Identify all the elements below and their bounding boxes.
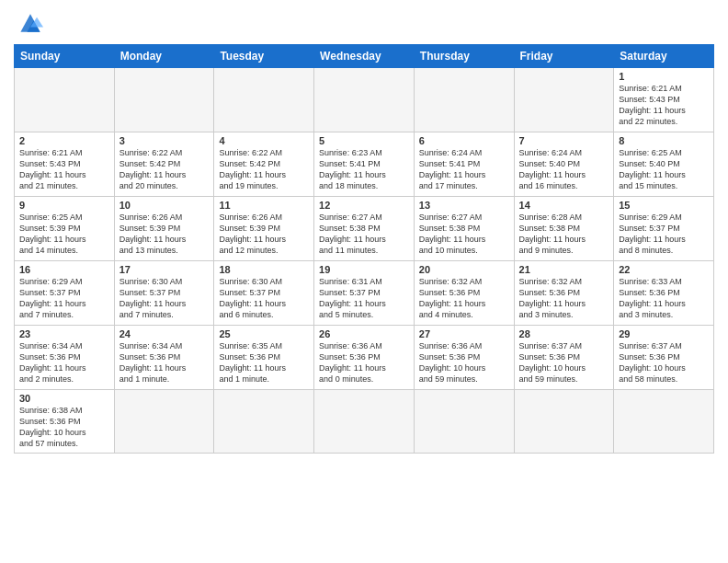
day-info: Sunrise: 6:36 AM Sunset: 5:36 PM Dayligh… [319,340,409,385]
day-cell: 28Sunrise: 6:37 AM Sunset: 5:36 PM Dayli… [514,326,614,390]
day-number: 1 [619,71,709,82]
day-info: Sunrise: 6:37 AM Sunset: 5:36 PM Dayligh… [519,340,609,385]
day-number: 14 [519,200,609,211]
day-number: 17 [119,264,210,275]
day-info: Sunrise: 6:21 AM Sunset: 5:43 PM Dayligh… [619,83,709,128]
day-cell: 7Sunrise: 6:24 AM Sunset: 5:40 PM Daylig… [514,132,614,197]
day-info: Sunrise: 6:27 AM Sunset: 5:38 PM Dayligh… [319,212,409,257]
day-number: 30 [19,393,109,404]
day-info: Sunrise: 6:28 AM Sunset: 5:38 PM Dayligh… [519,212,609,257]
day-info: Sunrise: 6:35 AM Sunset: 5:36 PM Dayligh… [219,340,309,385]
day-number: 5 [319,135,409,146]
day-info: Sunrise: 6:34 AM Sunset: 5:36 PM Dayligh… [119,340,210,385]
day-info: Sunrise: 6:22 AM Sunset: 5:42 PM Dayligh… [119,147,210,192]
calendar: SundayMondayTuesdayWednesdayThursdayFrid… [14,44,714,454]
weekday-header-row: SundayMondayTuesdayWednesdayThursdayFrid… [15,45,714,68]
day-info: Sunrise: 6:25 AM Sunset: 5:40 PM Dayligh… [619,147,709,192]
day-cell: 11Sunrise: 6:26 AM Sunset: 5:39 PM Dayli… [214,197,314,261]
day-cell: 5Sunrise: 6:23 AM Sunset: 5:41 PM Daylig… [314,132,415,197]
header [14,9,714,37]
logo-icon [14,9,47,37]
day-number: 19 [319,264,409,275]
day-cell [214,390,314,454]
day-cell: 22Sunrise: 6:33 AM Sunset: 5:36 PM Dayli… [614,261,714,326]
day-cell: 27Sunrise: 6:36 AM Sunset: 5:36 PM Dayli… [414,326,514,390]
day-info: Sunrise: 6:29 AM Sunset: 5:37 PM Dayligh… [19,276,109,321]
week-row-1: 2Sunrise: 6:21 AM Sunset: 5:43 PM Daylig… [15,132,714,197]
day-cell: 16Sunrise: 6:29 AM Sunset: 5:37 PM Dayli… [15,261,115,326]
day-cell: 23Sunrise: 6:34 AM Sunset: 5:36 PM Dayli… [15,326,115,390]
day-number: 15 [619,200,709,211]
day-info: Sunrise: 6:32 AM Sunset: 5:36 PM Dayligh… [519,276,609,321]
day-cell: 14Sunrise: 6:28 AM Sunset: 5:38 PM Dayli… [514,197,614,261]
weekday-header-sunday: Sunday [15,45,115,68]
day-cell: 15Sunrise: 6:29 AM Sunset: 5:37 PM Dayli… [614,197,714,261]
day-number: 10 [119,200,210,211]
day-cell: 3Sunrise: 6:22 AM Sunset: 5:42 PM Daylig… [114,132,214,197]
day-cell [15,68,115,132]
day-number: 23 [19,328,109,339]
day-cell [114,68,214,132]
day-info: Sunrise: 6:24 AM Sunset: 5:40 PM Dayligh… [519,147,609,192]
day-number: 2 [19,135,109,146]
day-number: 22 [619,264,709,275]
day-cell: 21Sunrise: 6:32 AM Sunset: 5:36 PM Dayli… [514,261,614,326]
day-number: 21 [519,264,609,275]
day-cell: 26Sunrise: 6:36 AM Sunset: 5:36 PM Dayli… [314,326,415,390]
logo [14,9,51,37]
day-info: Sunrise: 6:24 AM Sunset: 5:41 PM Dayligh… [419,147,509,192]
day-cell: 19Sunrise: 6:31 AM Sunset: 5:37 PM Dayli… [314,261,415,326]
day-number: 26 [319,328,409,339]
day-cell: 30Sunrise: 6:38 AM Sunset: 5:36 PM Dayli… [15,390,115,454]
day-cell: 2Sunrise: 6:21 AM Sunset: 5:43 PM Daylig… [15,132,115,197]
day-number: 18 [219,264,309,275]
day-number: 7 [519,135,609,146]
day-number: 24 [119,328,210,339]
day-info: Sunrise: 6:30 AM Sunset: 5:37 PM Dayligh… [119,276,210,321]
day-number: 6 [419,135,509,146]
day-cell [514,68,614,132]
week-row-4: 23Sunrise: 6:34 AM Sunset: 5:36 PM Dayli… [15,326,714,390]
day-info: Sunrise: 6:31 AM Sunset: 5:37 PM Dayligh… [319,276,409,321]
day-cell: 4Sunrise: 6:22 AM Sunset: 5:42 PM Daylig… [214,132,314,197]
day-info: Sunrise: 6:36 AM Sunset: 5:36 PM Dayligh… [419,340,509,385]
week-row-3: 16Sunrise: 6:29 AM Sunset: 5:37 PM Dayli… [15,261,714,326]
day-info: Sunrise: 6:33 AM Sunset: 5:36 PM Dayligh… [619,276,709,321]
day-info: Sunrise: 6:26 AM Sunset: 5:39 PM Dayligh… [119,212,210,257]
day-info: Sunrise: 6:21 AM Sunset: 5:43 PM Dayligh… [19,147,109,192]
day-cell [314,68,415,132]
day-number: 27 [419,328,509,339]
day-number: 29 [619,328,709,339]
day-info: Sunrise: 6:25 AM Sunset: 5:39 PM Dayligh… [19,212,109,257]
day-cell [114,390,214,454]
day-cell [514,390,614,454]
day-info: Sunrise: 6:26 AM Sunset: 5:39 PM Dayligh… [219,212,309,257]
weekday-header-thursday: Thursday [414,45,514,68]
day-cell: 29Sunrise: 6:37 AM Sunset: 5:36 PM Dayli… [614,326,714,390]
day-number: 4 [219,135,309,146]
day-info: Sunrise: 6:27 AM Sunset: 5:38 PM Dayligh… [419,212,509,257]
weekday-header-monday: Monday [114,45,214,68]
day-cell: 24Sunrise: 6:34 AM Sunset: 5:36 PM Dayli… [114,326,214,390]
day-cell: 20Sunrise: 6:32 AM Sunset: 5:36 PM Dayli… [414,261,514,326]
day-info: Sunrise: 6:38 AM Sunset: 5:36 PM Dayligh… [19,405,109,450]
day-info: Sunrise: 6:29 AM Sunset: 5:37 PM Dayligh… [619,212,709,257]
week-row-5: 30Sunrise: 6:38 AM Sunset: 5:36 PM Dayli… [15,390,714,454]
day-info: Sunrise: 6:37 AM Sunset: 5:36 PM Dayligh… [619,340,709,385]
week-row-0: 1Sunrise: 6:21 AM Sunset: 5:43 PM Daylig… [15,68,714,132]
day-info: Sunrise: 6:22 AM Sunset: 5:42 PM Dayligh… [219,147,309,192]
day-number: 16 [19,264,109,275]
day-cell: 13Sunrise: 6:27 AM Sunset: 5:38 PM Dayli… [414,197,514,261]
day-cell: 25Sunrise: 6:35 AM Sunset: 5:36 PM Dayli… [214,326,314,390]
day-number: 28 [519,328,609,339]
day-info: Sunrise: 6:32 AM Sunset: 5:36 PM Dayligh… [419,276,509,321]
day-number: 9 [19,200,109,211]
day-cell [414,68,514,132]
day-cell: 18Sunrise: 6:30 AM Sunset: 5:37 PM Dayli… [214,261,314,326]
day-cell: 10Sunrise: 6:26 AM Sunset: 5:39 PM Dayli… [114,197,214,261]
page: SundayMondayTuesdayWednesdayThursdayFrid… [0,0,728,563]
weekday-header-tuesday: Tuesday [214,45,314,68]
day-cell: 1Sunrise: 6:21 AM Sunset: 5:43 PM Daylig… [614,68,714,132]
day-cell: 17Sunrise: 6:30 AM Sunset: 5:37 PM Dayli… [114,261,214,326]
day-info: Sunrise: 6:23 AM Sunset: 5:41 PM Dayligh… [319,147,409,192]
